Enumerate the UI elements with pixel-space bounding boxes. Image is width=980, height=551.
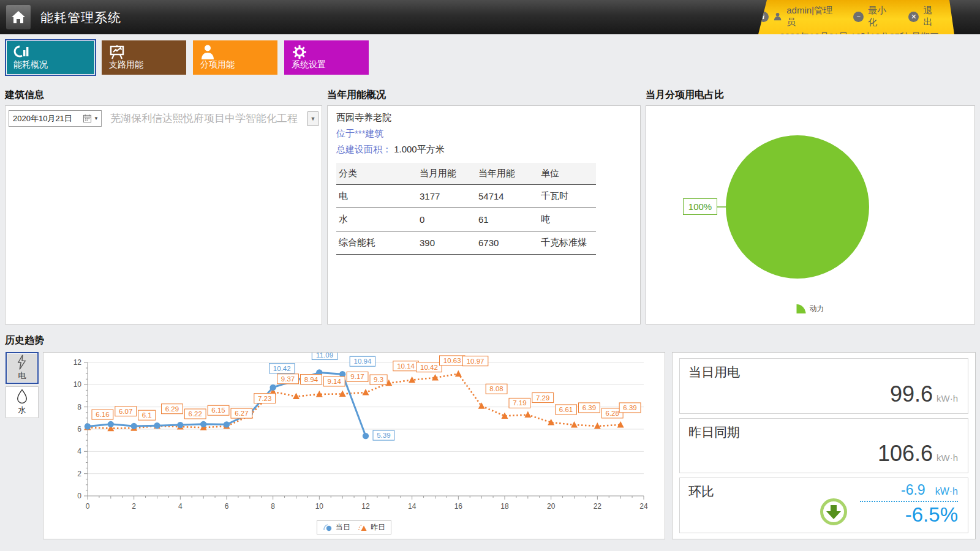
session-ribbon: i admin|管理员 − 最小化 ✕ 退出 2020年10月21日 13时13… <box>758 0 954 34</box>
toggle-water-label: 水 <box>18 405 26 416</box>
pie-panel-title: 当月分项用电占比 <box>646 86 975 104</box>
gauge-bars-icon <box>13 44 29 59</box>
area-line: 总建设面积： 1.000平方米 <box>336 144 631 156</box>
minimize-button[interactable]: 最小化 <box>868 5 894 28</box>
svg-text:6.29: 6.29 <box>165 405 179 413</box>
svg-text:0: 0 <box>77 492 81 500</box>
gear-icon <box>292 44 307 60</box>
trend-title: 历史趋势 <box>5 331 44 350</box>
close-icon[interactable]: ✕ <box>908 12 919 22</box>
svg-text:9.37: 9.37 <box>281 375 295 383</box>
svg-text:10.63: 10.63 <box>443 357 461 364</box>
nav-system-settings[interactable]: 系统设置 <box>284 40 369 75</box>
logout-button[interactable]: 退出 <box>923 5 941 28</box>
table-cell: 千瓦时 <box>538 185 596 208</box>
svg-text:6.15: 6.15 <box>211 407 225 414</box>
svg-text:8.94: 8.94 <box>304 376 318 383</box>
svg-text:10: 10 <box>74 380 82 389</box>
table-cell: 0 <box>417 208 476 231</box>
table-cell: 390 <box>417 231 476 255</box>
pie-legend-item[interactable]: 动力 <box>797 304 824 314</box>
svg-text:12: 12 <box>361 502 370 511</box>
toggle-water[interactable]: 水 <box>6 386 39 418</box>
svg-text:8: 8 <box>77 403 81 411</box>
home-button[interactable] <box>6 5 31 29</box>
svg-text:6.28: 6.28 <box>606 410 619 417</box>
date-picker[interactable]: 2020年10月21日 ▼ <box>9 110 102 127</box>
year-overview-title: 当年用能概况 <box>327 86 641 104</box>
svg-text:10.14: 10.14 <box>397 362 415 370</box>
pie-legend-label: 动力 <box>810 304 824 314</box>
nav-subitem-energy[interactable]: 分项用能 <box>193 40 277 75</box>
energy-table-col-header: 当月用能 <box>417 163 476 185</box>
pie-slice-label: 100% <box>683 198 717 215</box>
today-usage-value: 99.6 <box>890 381 933 407</box>
svg-text:7.19: 7.19 <box>513 399 526 407</box>
svg-text:20: 20 <box>547 502 556 511</box>
svg-text:24: 24 <box>639 502 648 511</box>
table-cell: 61 <box>476 208 538 231</box>
table-cell: 3177 <box>417 185 476 208</box>
table-cell: 54714 <box>476 185 538 208</box>
nav-branch-energy[interactable]: 支路用能 <box>102 40 186 75</box>
info-icon: i <box>758 12 769 22</box>
svg-text:18: 18 <box>500 502 509 511</box>
building-name: 西园寺养老院 <box>336 112 631 124</box>
energy-table-col-header: 单位 <box>538 163 596 185</box>
home-icon <box>11 10 26 24</box>
ratio-box: 环比 -6.9kW·h -6.5% <box>679 478 968 533</box>
ratio-diff-unit: kW·h <box>935 486 958 497</box>
trend-line-chart: 0246810120246810121416182022246.166.076.… <box>43 353 665 522</box>
svg-text:6.16: 6.16 <box>96 411 109 418</box>
svg-text:0: 0 <box>86 502 90 511</box>
project-select-arrow-button[interactable]: ▼ <box>307 111 318 126</box>
minimize-icon[interactable]: − <box>853 12 864 22</box>
svg-text:10.42: 10.42 <box>273 365 291 372</box>
trend-chart-panel: 0246810120246810121416182022246.166.076.… <box>43 352 665 539</box>
ratio-divider <box>860 501 958 502</box>
person-icon <box>200 44 215 60</box>
svg-text:6.61: 6.61 <box>559 406 573 413</box>
svg-text:4: 4 <box>178 502 183 511</box>
table-cell: 水 <box>336 208 417 231</box>
building-info-title: 建筑信息 <box>5 86 322 104</box>
legend-item-yesterday[interactable]: 昨日 <box>358 522 385 533</box>
svg-text:10: 10 <box>315 502 324 511</box>
user-label: admin|管理员 <box>786 5 839 28</box>
table-row: 综合能耗3906730千克标准煤 <box>336 231 596 255</box>
yesterday-series-marker <box>358 523 368 532</box>
project-select[interactable]: 芜湖保利信达熙悦府项目中学智能化工程 ▼ <box>110 111 318 126</box>
ratio-diff-value: -6.9 <box>901 482 925 498</box>
table-row: 水061吨 <box>336 208 596 231</box>
area-value: 1.000平方米 <box>394 144 445 154</box>
chevron-down-icon: ▼ <box>94 116 99 121</box>
toggle-electricity[interactable]: 电 <box>6 352 39 384</box>
svg-text:7.29: 7.29 <box>536 394 549 402</box>
svg-text:5.39: 5.39 <box>377 432 390 439</box>
pie-chart <box>646 106 974 324</box>
svg-text:22: 22 <box>594 502 602 511</box>
trend-legend[interactable]: 当日 昨日 <box>317 520 391 534</box>
nav-energy-overview[interactable]: 能耗概况 <box>6 40 95 75</box>
svg-text:6.39: 6.39 <box>623 404 636 411</box>
lightning-icon <box>16 354 28 370</box>
project-select-value: 芜湖保利信达熙悦府项目中学智能化工程 <box>110 111 307 126</box>
toggle-electricity-label: 电 <box>18 370 26 381</box>
droplet-icon <box>16 389 28 405</box>
svg-text:11.09: 11.09 <box>316 353 333 359</box>
svg-text:10.97: 10.97 <box>467 358 484 365</box>
user-icon <box>773 12 782 21</box>
legend-item-today[interactable]: 当日 <box>323 522 350 533</box>
svg-text:8.08: 8.08 <box>489 385 503 392</box>
yesterday-usage-value: 106.6 <box>878 441 933 466</box>
energy-table-col-header: 当年用能 <box>476 163 538 185</box>
date-picker-value: 2020年10月21日 <box>13 113 83 124</box>
svg-text:9.3: 9.3 <box>374 376 383 383</box>
svg-text:10.42: 10.42 <box>420 364 438 371</box>
energy-table: 分类当月用能当年用能单位 电317754714千瓦时水061吨综合能耗39067… <box>336 163 596 255</box>
daily-stats-panel: 当日用电 99.6kW·h 昨日同期 106.6kW·h 环比 -6.9kW·h… <box>672 352 976 539</box>
main-nav: 能耗概况 支路用能 分项用能 系统设置 <box>6 40 369 75</box>
svg-text:12: 12 <box>74 358 82 367</box>
svg-text:6.39: 6.39 <box>582 404 596 411</box>
location-link[interactable]: 位于***建筑 <box>336 128 384 140</box>
